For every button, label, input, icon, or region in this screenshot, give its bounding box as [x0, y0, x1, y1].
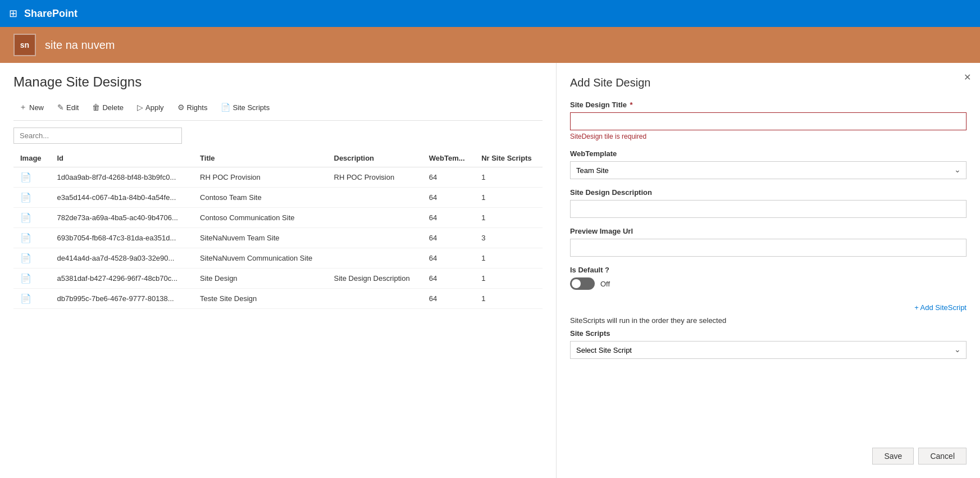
table-row[interactable]: 📄 db7b995c-7be6-467e-9777-80138... Teste…: [13, 289, 543, 309]
cancel-button[interactable]: Cancel: [918, 448, 967, 465]
doc-icon: 📄: [20, 233, 31, 243]
cell-description: [327, 289, 422, 309]
form-group-sitescripts: Site Scripts Select Site Script: [570, 329, 967, 359]
webtemplate-label: WebTemplate: [570, 149, 967, 158]
edit-button[interactable]: ✎ Edit: [52, 99, 84, 115]
preview-input[interactable]: [570, 239, 967, 257]
rights-icon: ⚙: [177, 103, 185, 112]
col-image: Image: [13, 149, 50, 167]
cell-description: [327, 208, 422, 228]
table-row[interactable]: 📄 1d0aa9ab-8f7d-4268-bf48-b3b9fc0... RH …: [13, 167, 543, 188]
avatar: sn: [13, 34, 36, 56]
search-input[interactable]: [13, 128, 182, 144]
site-scripts-button[interactable]: 📄 Site Scripts: [215, 99, 275, 115]
description-input[interactable]: [570, 200, 967, 218]
doc-icon: 📄: [20, 253, 31, 263]
isdefault-toggle[interactable]: [570, 277, 595, 290]
cell-image: 📄: [13, 289, 50, 309]
site-title-input[interactable]: [570, 112, 967, 130]
page-title: Manage Site Designs: [13, 74, 543, 90]
table-row[interactable]: 📄 782de73a-a69a-4ba5-ac40-9b4706... Cont…: [13, 208, 543, 228]
cell-description: Site Design Description: [327, 268, 422, 289]
table-row[interactable]: 📄 693b7054-fb68-47c3-81da-ea351d... Site…: [13, 228, 543, 248]
title-label: Site Design Title *: [570, 101, 967, 109]
main-layout: Manage Site Designs ＋ New ✎ Edit 🗑 Delet…: [0, 63, 980, 478]
form-group-isdefault: Is Default ? Off: [570, 266, 967, 290]
cell-webtemplate: 64: [422, 289, 475, 309]
right-panel: ✕ Add Site Design Site Design Title * Si…: [556, 63, 980, 478]
toggle-knob: [572, 279, 581, 288]
rights-button[interactable]: ⚙ Rights: [172, 99, 213, 115]
cell-id: 1d0aa9ab-8f7d-4268-bf48-b3b9fc0...: [50, 167, 193, 188]
col-title: Title: [193, 149, 327, 167]
save-button[interactable]: Save: [872, 448, 914, 465]
close-button[interactable]: ✕: [964, 72, 971, 83]
doc-icon: 📄: [20, 172, 31, 182]
preview-label: Preview Image Url: [570, 227, 967, 235]
cell-webtemplate: 64: [422, 228, 475, 248]
apply-icon: ▷: [137, 103, 143, 112]
col-nr-site-scripts: Nr Site Scripts: [475, 149, 543, 167]
cell-webtemplate: 64: [422, 248, 475, 268]
add-sitescript-button[interactable]: + Add SiteScript: [570, 299, 967, 316]
form-group-preview: Preview Image Url: [570, 227, 967, 257]
cell-id: e3a5d144-c067-4b1a-84b0-4a54fe...: [50, 188, 193, 208]
waffle-icon[interactable]: ⊞: [9, 7, 17, 20]
form-group-description: Site Design Description: [570, 188, 967, 218]
doc-icon: 📄: [20, 193, 31, 202]
table-row[interactable]: 📄 e3a5d144-c067-4b1a-84b0-4a54fe... Cont…: [13, 188, 543, 208]
cell-nr-site-scripts: 1: [475, 289, 543, 309]
form-group-title: Site Design Title * SiteDesign tile is r…: [570, 101, 967, 140]
cell-nr-site-scripts: 1: [475, 268, 543, 289]
cell-nr-site-scripts: 1: [475, 167, 543, 188]
cell-nr-site-scripts: 1: [475, 208, 543, 228]
table-row[interactable]: 📄 a5381daf-b427-4296-96f7-48cb70c... Sit…: [13, 268, 543, 289]
cell-webtemplate: 64: [422, 208, 475, 228]
toggle-state-label: Off: [600, 280, 610, 288]
data-table: Image Id Title Description WebTem... Nr …: [13, 149, 543, 309]
cell-webtemplate: 64: [422, 268, 475, 289]
cell-id: de414a4d-aa7d-4528-9a03-32e90...: [50, 248, 193, 268]
doc-icon: 📄: [20, 213, 31, 222]
description-label: Site Design Description: [570, 188, 967, 197]
cell-title: Site Design: [193, 268, 327, 289]
site-header: sn site na nuvem: [0, 27, 980, 63]
required-asterisk: *: [630, 101, 633, 109]
cell-title: SiteNaNuvem Communication Site: [193, 248, 327, 268]
cell-title: Teste Site Design: [193, 289, 327, 309]
cell-image: 📄: [13, 167, 50, 188]
sitescripts-select-wrapper: Select Site Script: [570, 341, 967, 359]
cell-nr-site-scripts: 3: [475, 228, 543, 248]
site-name: site na nuvem: [45, 39, 115, 52]
cell-description: [327, 188, 422, 208]
panel-footer: Save Cancel: [570, 439, 967, 465]
cell-id: 693b7054-fb68-47c3-81da-ea351d...: [50, 228, 193, 248]
cell-image: 📄: [13, 268, 50, 289]
cell-id: a5381daf-b427-4296-96f7-48cb70c...: [50, 268, 193, 289]
cell-image: 📄: [13, 208, 50, 228]
cell-id: 782de73a-a69a-4ba5-ac40-9b4706...: [50, 208, 193, 228]
search-bar: [13, 128, 543, 144]
apply-button[interactable]: ▷ Apply: [131, 99, 170, 115]
cell-webtemplate: 64: [422, 188, 475, 208]
webtemplate-select[interactable]: Team Site Communication Site: [570, 161, 967, 179]
toolbar: ＋ New ✎ Edit 🗑 Delete ▷ Apply ⚙ Rights 📄: [13, 99, 543, 121]
panel-title: Add Site Design: [570, 76, 967, 89]
delete-button[interactable]: 🗑 Delete: [86, 99, 129, 115]
cell-title: Contoso Team Site: [193, 188, 327, 208]
sitescripts-select[interactable]: Select Site Script: [570, 341, 967, 359]
cell-title: Contoso Communication Site: [193, 208, 327, 228]
title-error-msg: SiteDesign tile is required: [570, 133, 967, 140]
cell-description: RH POC Provision: [327, 167, 422, 188]
table-row[interactable]: 📄 de414a4d-aa7d-4528-9a03-32e90... SiteN…: [13, 248, 543, 268]
cell-title: SiteNaNuvem Team Site: [193, 228, 327, 248]
cell-nr-site-scripts: 1: [475, 188, 543, 208]
cell-description: [327, 248, 422, 268]
plus-icon: ＋: [19, 102, 27, 112]
new-button[interactable]: ＋ New: [13, 99, 49, 116]
cell-id: db7b995c-7be6-467e-9777-80138...: [50, 289, 193, 309]
isdefault-label: Is Default ?: [570, 266, 967, 274]
cell-title: RH POC Provision: [193, 167, 327, 188]
delete-icon: 🗑: [92, 103, 100, 112]
top-nav: ⊞ SharePoint: [0, 0, 980, 27]
